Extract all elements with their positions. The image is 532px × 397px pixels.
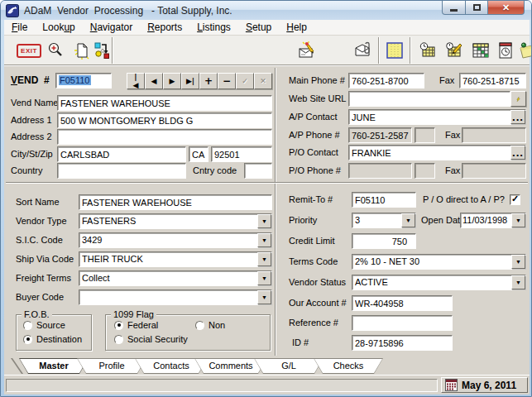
ap-contact-lookup-button[interactable]: ...	[510, 110, 525, 124]
vend-number-input[interactable]: F05110	[55, 73, 112, 88]
reference-input[interactable]	[352, 315, 453, 331]
buyer-code-combo[interactable]	[79, 289, 272, 305]
cntry-code-input[interactable]	[244, 163, 272, 179]
exit-button[interactable]: EXIT	[14, 39, 44, 62]
chevron-down-icon[interactable]	[257, 233, 271, 247]
flag-social-security-radio[interactable]: Social Security	[114, 334, 188, 344]
main-fax-label: Fax	[439, 73, 454, 88]
menu-help[interactable]: Help	[279, 20, 314, 35]
credit-limit-input[interactable]	[352, 233, 416, 249]
flag-non-radio[interactable]: Non	[195, 320, 225, 330]
fob-destination-radio[interactable]: Destination	[23, 334, 82, 344]
calendar-icon	[445, 379, 458, 391]
remit-to-input[interactable]	[352, 192, 416, 208]
menu-reports[interactable]: Reports	[140, 20, 189, 35]
chevron-down-icon[interactable]	[257, 214, 271, 228]
po-contact-lookup-button[interactable]: ...	[510, 146, 525, 160]
nav-insert-button[interactable]: +	[199, 73, 218, 89]
current-date: May 6, 2011	[462, 380, 516, 391]
our-account-input[interactable]	[352, 295, 453, 311]
priority-label: Priority	[289, 213, 317, 227]
table-icon	[471, 41, 491, 60]
nav-cancel-button[interactable]: ✕	[254, 73, 272, 89]
ap-phone-ext-input[interactable]	[415, 127, 435, 143]
minimize-button[interactable]	[442, 1, 466, 15]
zoom-button[interactable]	[44, 39, 67, 62]
toolbar-divider	[410, 37, 411, 64]
freight-terms-label: Freight Terms	[16, 270, 71, 285]
state-input[interactable]	[189, 146, 208, 162]
main-phone-input[interactable]	[348, 73, 424, 88]
ship-via-label: Ship Via Code	[16, 251, 74, 266]
close-button[interactable]: ✕	[487, 1, 525, 15]
zip-input[interactable]	[211, 146, 272, 162]
address2-input[interactable]	[57, 129, 272, 145]
chevron-down-icon[interactable]	[257, 290, 271, 304]
ap-contact-label: A/P Contact	[289, 109, 338, 124]
po-contact-input[interactable]	[348, 145, 526, 160]
nav-post-button[interactable]: ✓	[236, 73, 254, 89]
navigator-button[interactable]	[90, 39, 113, 62]
sic-code-combo[interactable]: 3429	[79, 232, 272, 248]
window-title: ADaM Vendor Processing - Total Supply, I…	[24, 5, 232, 17]
cntry-code-label: Cntry code	[193, 163, 237, 178]
table-button[interactable]	[469, 39, 492, 62]
vendor-status-combo[interactable]: ACTIVE	[352, 275, 526, 290]
menu-file[interactable]: File	[4, 20, 35, 35]
po-fax-label: Fax	[445, 163, 460, 178]
menu-listings[interactable]: Listings	[189, 20, 238, 35]
chevron-down-icon[interactable]	[257, 271, 271, 285]
ap-contact-input[interactable]	[348, 109, 526, 125]
id-number-input[interactable]	[352, 335, 453, 351]
country-input[interactable]	[57, 163, 186, 179]
chevron-down-icon[interactable]	[401, 213, 415, 227]
chevron-down-icon[interactable]	[511, 255, 525, 269]
ap-phone-input[interactable]	[348, 127, 412, 143]
maximize-button[interactable]	[465, 1, 488, 15]
po-phone-input[interactable]	[348, 163, 412, 179]
maximize-icon	[473, 4, 481, 11]
main-fax-input[interactable]	[459, 73, 526, 88]
document-clock-button[interactable]	[494, 39, 517, 62]
priority-combo[interactable]: 3	[352, 213, 416, 228]
ship-via-combo[interactable]: THEIR TRUCK	[79, 251, 272, 267]
vendor-type-combo[interactable]: FASTENERS	[79, 213, 272, 229]
flag-federal-radio[interactable]: Federal	[114, 320, 158, 330]
web-url-input[interactable]	[348, 91, 510, 107]
chevron-down-icon[interactable]	[511, 275, 525, 289]
menu-setup[interactable]: Setup	[238, 20, 279, 35]
nav-first-button[interactable]: |◀	[127, 73, 145, 89]
menu-navigator[interactable]: Navigator	[83, 20, 140, 35]
po-direct-checkbox[interactable]	[510, 194, 520, 205]
nav-delete-button[interactable]: −	[218, 73, 236, 89]
menu-lookup[interactable]: Lookup	[35, 20, 82, 35]
spreadsheet-button[interactable]	[383, 39, 406, 62]
address1-input[interactable]	[57, 112, 272, 128]
open-date-combo[interactable]: 11/03/1998	[460, 213, 526, 228]
vendor-status-label: Vendor Status	[289, 275, 346, 289]
chevron-down-icon[interactable]	[511, 213, 525, 227]
vend-name-input[interactable]	[57, 95, 272, 111]
sort-name-input[interactable]	[79, 194, 272, 210]
mail-attachment-button[interactable]	[352, 39, 375, 62]
calendar-edit-button[interactable]	[443, 39, 466, 62]
po-fax-input[interactable]	[462, 163, 526, 179]
sticky-note-button[interactable]	[517, 39, 532, 62]
nav-last-button[interactable]: ▶|	[181, 73, 199, 89]
ap-fax-input[interactable]	[462, 127, 526, 143]
flag-1099-title: 1099 Flag	[111, 309, 156, 320]
calendar-clock-button[interactable]	[416, 39, 439, 62]
tab-checks[interactable]: Checks	[314, 358, 383, 374]
web-url-go-button[interactable]	[510, 91, 526, 107]
po-phone-ext-input[interactable]	[415, 163, 435, 179]
freight-terms-combo[interactable]: Collect	[79, 270, 272, 286]
terms-code-combo[interactable]: 2% 10 - NET 30	[352, 254, 526, 270]
nav-prev-button[interactable]: ◀	[145, 73, 163, 89]
nav-next-button[interactable]: ▶	[163, 73, 181, 89]
calendar-clock-icon	[418, 41, 438, 60]
horizontal-divider	[6, 182, 528, 184]
chevron-down-icon[interactable]	[257, 252, 271, 266]
city-input[interactable]	[57, 146, 186, 162]
send-mail-button[interactable]	[295, 39, 319, 62]
fob-source-radio[interactable]: Source	[23, 320, 65, 330]
